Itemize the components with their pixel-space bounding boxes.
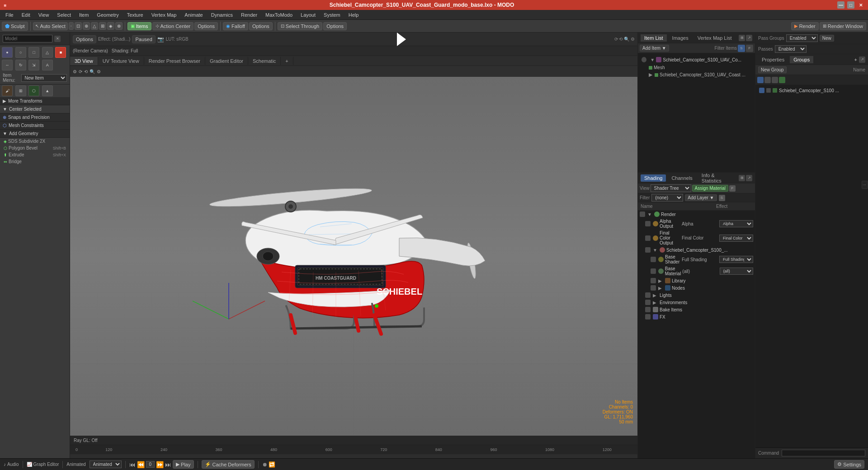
- final-color-row[interactable]: Final Color Output Final Color Final Col…: [638, 230, 755, 246]
- new-group-button[interactable]: New Group: [758, 66, 787, 73]
- tool-mesh[interactable]: ⬡: [28, 85, 39, 96]
- tool-scale[interactable]: ⇲: [28, 60, 39, 70]
- group-item-vis[interactable]: [759, 88, 764, 93]
- bake-vis[interactable]: [645, 307, 651, 312]
- base-shader-row[interactable]: Base Shader Full Shading Full Shading: [638, 254, 755, 265]
- base-mat-vis[interactable]: [651, 268, 656, 274]
- groups-add-icon[interactable]: +: [854, 57, 857, 62]
- skip-end-button[interactable]: ⏭: [165, 461, 171, 468]
- pass-groups-enabled-select[interactable]: Enabled: [786, 34, 818, 42]
- tab-properties[interactable]: Properties: [758, 56, 788, 63]
- model-item-row[interactable]: ▶ Schiebel_Camcopter_S100_UAV_Coast ...: [647, 71, 753, 79]
- tab-render-preset[interactable]: Render Preset Browser: [144, 57, 205, 65]
- bridge-item[interactable]: ⇔ Bridge: [0, 158, 70, 165]
- frame-number[interactable]: 0: [146, 461, 155, 468]
- tab-add[interactable]: +: [281, 57, 293, 65]
- tool-pyramid[interactable]: ▲: [42, 85, 53, 96]
- items-button[interactable]: ▣ Items: [127, 22, 151, 30]
- group-render-btn[interactable]: [764, 77, 771, 83]
- tool-rotate[interactable]: ↻: [15, 60, 26, 70]
- menu-dynamics[interactable]: Dynamics: [208, 11, 236, 19]
- tool-a[interactable]: A: [42, 60, 53, 70]
- tool-active[interactable]: ■: [55, 47, 66, 58]
- skip-start-button[interactable]: ⏮: [129, 461, 136, 468]
- settings-button[interactable]: ⚙ Settings: [834, 460, 864, 469]
- render-button[interactable]: ▶ Render: [791, 22, 819, 30]
- mesh-item-row[interactable]: Mesh: [647, 64, 753, 71]
- animated-select[interactable]: Animated: [90, 461, 122, 468]
- group-item-render[interactable]: [766, 88, 771, 93]
- assign-material-key-f[interactable]: F: [729, 185, 736, 192]
- new-item-select[interactable]: New Item: [21, 74, 67, 82]
- next-frame-button[interactable]: ⏩: [156, 461, 164, 468]
- tab-uv-texture[interactable]: UV Texture View: [98, 57, 144, 65]
- record-button[interactable]: ⏺: [262, 461, 268, 468]
- prev-frame-button[interactable]: ⏪: [137, 461, 145, 468]
- menu-system[interactable]: System: [320, 11, 344, 19]
- loop-button[interactable]: 🔁: [269, 461, 275, 468]
- menu-render[interactable]: Render: [237, 11, 261, 19]
- schiebel-material-row[interactable]: ▼ Schiebel_Camcopter_S100_...: [638, 246, 755, 254]
- library-vis[interactable]: [651, 278, 656, 283]
- lights-vis[interactable]: [645, 292, 651, 298]
- cache-deformers-button[interactable]: ⚡ Cache Deformers: [202, 460, 255, 469]
- group-lock-btn[interactable]: [772, 77, 778, 83]
- model-search-input[interactable]: [3, 35, 52, 42]
- add-layer-button[interactable]: Add Layer ▼: [685, 194, 717, 201]
- groups-expand-icon[interactable]: ↗: [859, 56, 865, 63]
- item-row-group[interactable]: ▼ Schiebel_Camcopter_S100_UAV_Co...: [648, 56, 751, 63]
- paused-button[interactable]: Paused: [132, 35, 155, 43]
- audio-item[interactable]: ♪ Audio: [4, 462, 19, 467]
- menu-geometry[interactable]: Geometry: [93, 11, 122, 19]
- minimize-button[interactable]: —: [837, 1, 844, 9]
- assign-material-button[interactable]: Assign Material: [692, 185, 728, 192]
- tool-icon-6[interactable]: ◈: [107, 22, 114, 30]
- tool-move[interactable]: ↔: [2, 60, 13, 70]
- final-vis-dot[interactable]: [645, 235, 651, 241]
- menu-layout[interactable]: Layout: [297, 11, 319, 19]
- close-button[interactable]: ✕: [857, 1, 864, 9]
- pass-groups-new-button[interactable]: New: [820, 35, 834, 42]
- menu-file[interactable]: File: [2, 11, 17, 19]
- tool-cone[interactable]: △: [42, 47, 53, 58]
- base-shader-dropdown[interactable]: Full Shading: [719, 256, 753, 263]
- shader-render-row[interactable]: ▼ Render: [638, 211, 755, 218]
- fx-row[interactable]: FX: [638, 313, 755, 320]
- environments-vis[interactable]: [645, 300, 651, 305]
- base-shader-vis[interactable]: [651, 257, 656, 262]
- select-through-button[interactable]: ⊡ Select Through: [278, 22, 322, 30]
- play-status-button[interactable]: ▶ Play: [173, 460, 193, 469]
- tab-3d-view[interactable]: 3D View: [70, 57, 98, 65]
- center-selected-header[interactable]: ▼ Center Selected: [0, 105, 70, 113]
- shader-tree-select[interactable]: Shader Tree: [651, 184, 691, 192]
- fx-vis[interactable]: [645, 314, 651, 320]
- popout-icon[interactable]: ↗: [746, 35, 752, 41]
- sds-subdivide-item[interactable]: ◈ SDS Subdivide 2X: [0, 138, 70, 145]
- bake-items-row[interactable]: Bake Items: [638, 306, 755, 313]
- graph-editor-item[interactable]: 📈 Graph Editor: [27, 462, 59, 467]
- menu-view[interactable]: View: [35, 11, 53, 19]
- command-input[interactable]: [782, 450, 865, 456]
- tab-info-statistics[interactable]: Info & Statistics: [698, 172, 737, 184]
- base-mat-dropdown[interactable]: (all): [720, 268, 753, 275]
- tab-vertex-map-list[interactable]: Vertex Map List: [694, 34, 736, 42]
- environments-row[interactable]: ▶ Environments: [638, 299, 755, 306]
- extrude-item[interactable]: ⬆ Extrude Shift+X: [0, 151, 70, 158]
- expand-icon[interactable]: ⊞: [739, 35, 745, 41]
- filter-btn-f[interactable]: F: [746, 45, 753, 52]
- tool-sphere[interactable]: ●: [2, 47, 13, 58]
- library-row[interactable]: ▶ Library: [638, 277, 755, 284]
- menu-item[interactable]: Item: [75, 11, 92, 19]
- action-center-button[interactable]: ⊹ Action Center: [152, 22, 194, 30]
- alpha-dropdown[interactable]: Alpha: [719, 220, 753, 227]
- filter-select[interactable]: (none): [651, 194, 683, 202]
- camera-icon[interactable]: 📷: [157, 36, 164, 42]
- tool-icon-4[interactable]: △: [91, 22, 98, 30]
- group-vis-btn[interactable]: [757, 77, 764, 83]
- options-1-button[interactable]: Options: [194, 22, 218, 30]
- tab-shading[interactable]: Shading: [641, 174, 666, 182]
- tab-schematic[interactable]: Schematic: [248, 57, 281, 65]
- tab-images[interactable]: Images: [669, 34, 692, 42]
- menu-maxtomodo[interactable]: MaxToModo: [262, 11, 296, 19]
- tool-icon-5[interactable]: ⊞: [99, 22, 106, 30]
